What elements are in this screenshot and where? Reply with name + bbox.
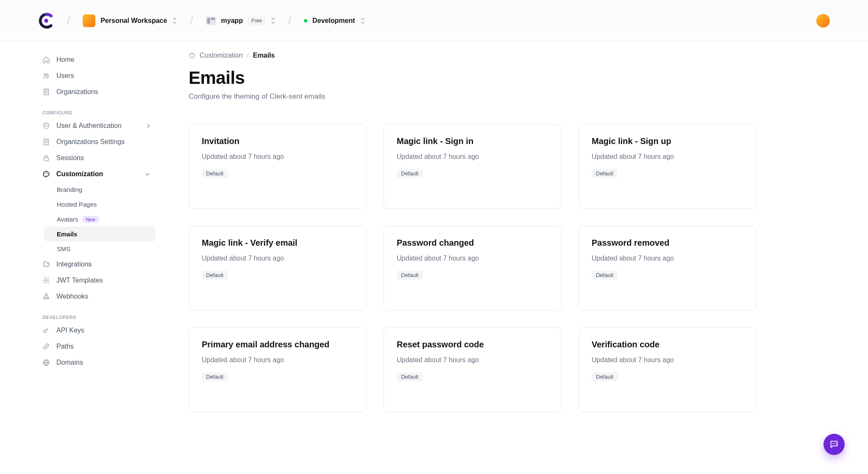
link-icon (42, 343, 50, 350)
card-updated: Updated about 7 hours ago (397, 255, 548, 262)
email-card-invitation[interactable]: InvitationUpdated about 7 hours agoDefau… (189, 124, 367, 209)
status-badge: Default (397, 271, 423, 280)
card-title: Reset password code (397, 340, 548, 349)
subnav-item-branding[interactable]: Branding (44, 182, 156, 197)
environment-name: Development (312, 17, 355, 25)
subnav-item-hosted-pages[interactable]: Hosted Pages (44, 197, 156, 212)
card-title: Password removed (592, 238, 743, 248)
sidebar: HomeUsersOrganizations CONFIGURE User & … (0, 42, 167, 438)
email-card-grid: InvitationUpdated about 7 hours agoDefau… (189, 124, 757, 412)
status-badge: Default (397, 169, 423, 178)
sidebar-item-webhooks[interactable]: Webhooks (37, 288, 156, 305)
email-card-reset-password-code[interactable]: Reset password codeUpdated about 7 hours… (384, 327, 562, 412)
workspace-avatar (83, 14, 95, 27)
sidebar-item-customization[interactable]: Customization (37, 166, 156, 182)
sidebar-item-organizations-settings[interactable]: Organizations Settings (37, 134, 156, 150)
email-card-verification-code[interactable]: Verification codeUpdated about 7 hours a… (579, 327, 757, 412)
status-badge: Default (202, 169, 228, 178)
nav-label: API Keys (56, 327, 84, 334)
subnav-label: SMS (57, 245, 71, 252)
svg-rect-4 (44, 139, 49, 145)
breadcrumb-parent[interactable]: Customization (200, 52, 242, 59)
sidebar-item-sessions[interactable]: Sessions (37, 150, 156, 166)
subnav-label: Hosted Pages (57, 201, 97, 208)
sidebar-item-integrations[interactable]: Integrations (37, 256, 156, 272)
divider: / (288, 14, 291, 27)
puzzle-icon (42, 261, 50, 268)
nav-label: Organizations (56, 88, 98, 96)
email-card-password-changed[interactable]: Password changedUpdated about 7 hours ag… (384, 226, 562, 310)
card-updated: Updated about 7 hours ago (202, 153, 353, 161)
subnav-label: Branding (57, 186, 82, 193)
section-label-developers: DEVELOPERS (37, 305, 156, 322)
email-card-magic-link-sign-in[interactable]: Magic link - Sign inUpdated about 7 hour… (384, 124, 562, 209)
chevron-right-icon (146, 123, 150, 129)
page-subtitle: Configure the theming of Clerk-sent emai… (189, 92, 757, 101)
content-area: Customization / Emails Emails Configure … (167, 42, 782, 438)
nav-label: Sessions (56, 154, 84, 162)
nav-label: JWT Templates (56, 277, 103, 284)
sidebar-item-paths[interactable]: Paths (37, 338, 156, 355)
sidebar-item-jwt-templates[interactable]: JWT Templates (37, 272, 156, 288)
email-card-magic-link-sign-up[interactable]: Magic link - Sign upUpdated about 7 hour… (579, 124, 757, 209)
tier-badge: Free (248, 17, 265, 25)
webhook-icon (42, 293, 50, 300)
clerk-logo[interactable] (38, 13, 54, 29)
palette-icon (42, 170, 50, 178)
app-selector[interactable]: myapp Free (206, 17, 275, 25)
shield-icon (42, 122, 50, 130)
card-updated: Updated about 7 hours ago (397, 356, 548, 364)
subnav-label: Emails (57, 230, 77, 238)
svg-point-2 (47, 74, 49, 76)
email-card-magic-link-verify-email[interactable]: Magic link - Verify emailUpdated about 7… (189, 226, 367, 310)
app-name: myapp (221, 17, 243, 25)
chevron-updown-icon (172, 17, 177, 25)
home-icon (42, 56, 50, 64)
chevron-updown-icon (360, 17, 365, 25)
breadcrumb-current: Emails (253, 52, 275, 59)
subnav-item-avatars[interactable]: AvatarsNew (44, 212, 156, 227)
nav-label: Paths (56, 343, 74, 350)
card-title: Magic link - Verify email (202, 238, 353, 248)
environment-selector[interactable]: Development (304, 17, 365, 25)
svg-point-0 (44, 19, 48, 23)
subnav-item-emails[interactable]: Emails (44, 227, 156, 241)
chevron-down-icon (145, 172, 150, 176)
subnav-label: Avatars (57, 216, 78, 223)
nav-label: Users (56, 72, 74, 80)
card-title: Magic link - Sign up (592, 136, 743, 146)
section-label-configure: CONFIGURE (37, 100, 156, 118)
users-icon (42, 72, 50, 80)
org-icon (42, 88, 50, 96)
card-title: Invitation (202, 136, 353, 146)
workspace-selector[interactable]: Personal Workspace (83, 14, 177, 27)
card-updated: Updated about 7 hours ago (592, 255, 743, 262)
topbar-left: / Personal Workspace / myapp Free / Deve… (38, 13, 365, 29)
email-card-primary-email-address-changed[interactable]: Primary email address changedUpdated abo… (189, 327, 367, 412)
sidebar-item-users[interactable]: Users (37, 68, 156, 84)
key-icon (42, 327, 50, 334)
globe-icon (42, 359, 50, 366)
profile-avatar[interactable] (816, 14, 830, 28)
subnav-item-sms[interactable]: SMS (44, 241, 156, 256)
divider: / (67, 14, 70, 27)
svg-point-16 (192, 54, 192, 55)
sidebar-item-domains[interactable]: Domains (37, 355, 156, 371)
sidebar-item-user-authentication[interactable]: User & Authentication (37, 118, 156, 134)
card-updated: Updated about 7 hours ago (397, 153, 548, 161)
sidebar-item-organizations[interactable]: Organizations (37, 84, 156, 100)
sidebar-item-api-keys[interactable]: API Keys (37, 322, 156, 338)
svg-point-7 (46, 172, 47, 173)
svg-point-15 (191, 55, 192, 55)
nav-label: Customization (56, 170, 103, 178)
svg-rect-3 (44, 89, 49, 95)
chevron-updown-icon (270, 17, 275, 25)
sidebar-item-home[interactable]: Home (37, 52, 156, 68)
nav-label: Home (56, 56, 75, 64)
status-badge: Default (592, 169, 618, 178)
workspace-name: Personal Workspace (100, 17, 167, 25)
card-updated: Updated about 7 hours ago (202, 255, 353, 262)
app-icon (206, 17, 216, 25)
card-title: Magic link - Sign in (397, 136, 548, 146)
email-card-password-removed[interactable]: Password removedUpdated about 7 hours ag… (579, 226, 757, 310)
